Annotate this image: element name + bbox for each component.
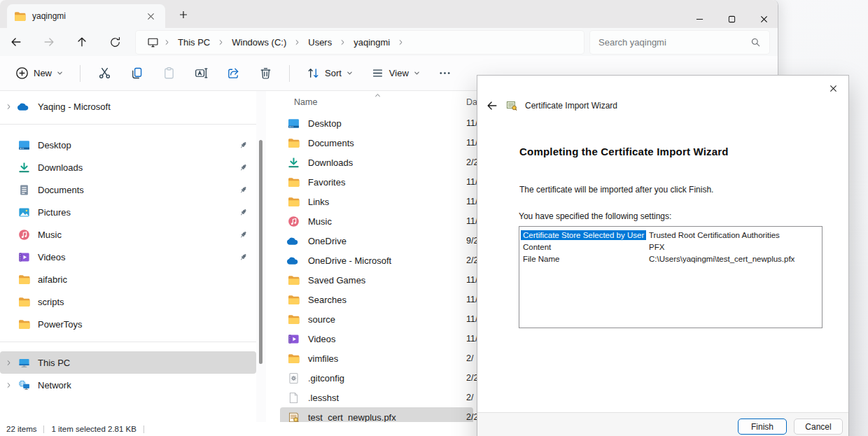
file-date-modified: 11/	[466, 118, 477, 128]
scrollbar-thumb[interactable]	[259, 140, 262, 364]
file-row-documents[interactable]: Documents 11/	[280, 133, 473, 153]
sort-button[interactable]: Sort	[300, 61, 360, 86]
tab-title: yaqingmi	[32, 11, 136, 21]
file-row-desktop[interactable]: Desktop 11/	[280, 113, 473, 133]
close-icon	[760, 15, 768, 23]
view-button[interactable]: View	[364, 61, 427, 86]
file-row-gitconfig[interactable]: .gitconfig 2/2	[280, 368, 473, 388]
share-button[interactable]	[219, 61, 247, 86]
file-row-links[interactable]: Links 11/	[280, 192, 473, 211]
sidebar-item-documents[interactable]: Documents	[0, 178, 256, 201]
chevron-down-icon	[414, 70, 420, 76]
breadcrumb-item[interactable]: Users	[302, 34, 348, 50]
file-row-downloads[interactable]: Downloads 2/2	[280, 153, 473, 172]
new-button[interactable]: New	[8, 61, 70, 86]
file-row-lesshst[interactable]: .lesshst 2/	[280, 388, 473, 407]
back-arrow-icon[interactable]	[486, 99, 498, 112]
folder-icon	[287, 137, 300, 149]
folder-icon	[287, 196, 300, 208]
cancel-button[interactable]: Cancel	[794, 419, 843, 435]
setting-key: Content	[521, 242, 646, 252]
maximize-button[interactable]	[728, 15, 736, 23]
rename-button[interactable]	[187, 61, 215, 86]
file-row-videos[interactable]: Videos 11/	[280, 329, 473, 349]
delete-button[interactable]	[251, 61, 279, 86]
file-row-searches[interactable]: Searches 11/	[280, 290, 473, 309]
sidebar-item-downloads[interactable]: Downloads	[0, 156, 256, 178]
status-divider	[144, 426, 144, 433]
settings-row-file-name[interactable]: File Name C:\Users\yaqingmi\test_cert_ne…	[519, 253, 822, 265]
up-button[interactable]	[70, 30, 94, 54]
explorer-tab[interactable]: yaqingmi	[7, 4, 165, 28]
folder-icon	[17, 318, 31, 330]
monitor-icon[interactable]	[147, 36, 159, 48]
file-row-onedrive-microsoft[interactable]: OneDrive - Microsoft 2/2	[280, 251, 473, 270]
chevron-right-icon[interactable]	[6, 104, 12, 110]
file-row-music[interactable]: Music 11/	[280, 211, 473, 231]
forward-button[interactable]	[37, 30, 61, 54]
close-button[interactable]	[760, 15, 768, 23]
music-icon	[17, 229, 31, 241]
sidebar-item-network[interactable]: Network	[0, 374, 256, 396]
settings-row-content[interactable]: Content PFX	[519, 241, 822, 253]
back-button[interactable]	[4, 30, 28, 54]
file-row-favorites[interactable]: Favorites 11/	[280, 172, 473, 192]
sidebar-item-desktop[interactable]: Desktop	[0, 134, 256, 156]
minimize-button[interactable]	[696, 15, 704, 23]
file-row-source[interactable]: source 11/	[280, 309, 473, 329]
chevron-right-icon[interactable]	[6, 360, 12, 366]
folder-icon	[287, 353, 300, 365]
breadcrumb-item[interactable]: This PC	[172, 34, 226, 50]
more-button[interactable]	[431, 61, 459, 86]
file-name: Links	[308, 197, 329, 207]
column-header-name[interactable]: Name	[294, 97, 317, 107]
settings-row-certificate-store-selected-by-user[interactable]: Certificate Store Selected by User Trust…	[519, 229, 822, 241]
new-tab-button[interactable]	[175, 6, 192, 23]
sidebar-item-videos[interactable]: Videos	[0, 246, 256, 268]
file-date-modified: 11/	[466, 138, 477, 148]
certificate-wizard-icon	[506, 100, 517, 111]
copy-icon	[130, 66, 144, 80]
tab-close-icon[interactable]	[143, 8, 158, 24]
sidebar-scrollbar[interactable]	[256, 91, 266, 422]
breadcrumb[interactable]: This PC Windows (C:) Users yaqingmi	[136, 31, 584, 54]
file-row-vimfiles[interactable]: vimfiles 2/	[280, 349, 473, 368]
file-date-modified: 2/	[466, 353, 473, 363]
file-row-saved-games[interactable]: Saved Games 11/	[280, 270, 473, 290]
sidebar-item-music[interactable]: Music	[0, 223, 256, 246]
dialog-title: Certificate Import Wizard	[525, 101, 617, 111]
refresh-icon	[109, 36, 121, 48]
copy-button[interactable]	[122, 61, 150, 86]
sidebar-item-aifabric[interactable]: aifabric	[0, 268, 256, 290]
sidebar-item-powertoys[interactable]: PowerToys	[0, 313, 256, 335]
sidebar-item-yaqing-microsoft[interactable]: Yaqing - Microsoft	[0, 95, 256, 118]
pin-icon	[239, 208, 248, 217]
folder-icon	[287, 176, 300, 188]
wizard-body-text: The certificate will be imported after y…	[519, 185, 713, 195]
sort-ascending-icon[interactable]	[374, 92, 381, 99]
arrow-right-icon	[43, 36, 55, 48]
refresh-button[interactable]	[103, 30, 127, 54]
desktop-icon	[17, 139, 31, 151]
file-row-onedrive[interactable]: OneDrive 9/2	[280, 231, 473, 251]
file-row-test-cert-newplus-pfx[interactable]: test_cert_newplus.pfx 2/2	[280, 407, 473, 422]
search-icon[interactable]	[750, 37, 761, 48]
cut-button[interactable]	[90, 61, 118, 86]
dialog-close-icon[interactable]	[822, 79, 844, 97]
file-name: vimfiles	[308, 353, 338, 364]
chevron-right-icon[interactable]	[6, 382, 12, 388]
pin-icon	[239, 141, 248, 150]
rename-icon	[195, 66, 208, 80]
sidebar-item-pictures[interactable]: Pictures	[0, 201, 256, 223]
breadcrumb-item[interactable]: yaqingmi	[348, 34, 406, 50]
sidebar-item-scripts[interactable]: scripts	[0, 290, 256, 313]
paste-button[interactable]	[155, 61, 183, 86]
file-name: OneDrive	[308, 236, 346, 246]
search-input[interactable]: Search yaqingmi	[590, 31, 769, 54]
breadcrumb-item[interactable]: Windows (C:)	[226, 34, 302, 50]
sidebar-item-this-pc[interactable]: This PC	[0, 351, 256, 374]
settings-listview[interactable]: Certificate Store Selected by User Trust…	[519, 226, 822, 328]
finish-button[interactable]: Finish	[738, 419, 787, 435]
desktop: { "colors": { "accent": "#0078d7", "sele…	[0, 0, 868, 436]
folder-icon	[17, 296, 31, 308]
